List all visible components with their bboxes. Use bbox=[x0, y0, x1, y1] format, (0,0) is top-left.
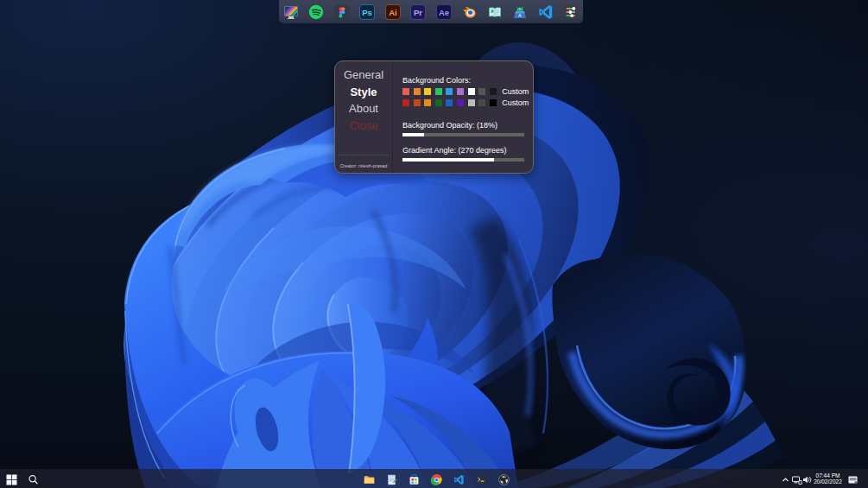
svg-text:Ae: Ae bbox=[439, 7, 449, 16]
svg-text:Ps: Ps bbox=[363, 7, 373, 16]
svg-text:Ai: Ai bbox=[389, 7, 397, 16]
svg-text:Pr: Pr bbox=[414, 7, 422, 16]
